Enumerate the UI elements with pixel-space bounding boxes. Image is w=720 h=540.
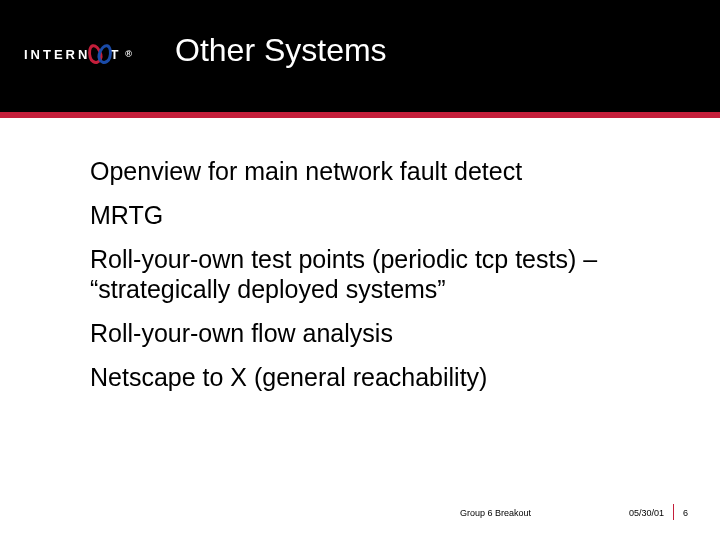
slide-body: Openview for main network fault detect M… xyxy=(0,118,720,392)
footer-divider xyxy=(673,504,674,520)
slide-title: Other Systems xyxy=(175,32,387,69)
footer-date: 05/30/01 xyxy=(629,508,664,518)
logo-prefix: INTERN xyxy=(24,47,90,62)
footer-page-number: 6 xyxy=(683,508,688,518)
bullet-item: Openview for main network fault detect xyxy=(90,156,630,186)
internet2-logo: INTERN T ® xyxy=(24,42,135,66)
logo-loop-icon xyxy=(88,42,112,66)
logo-text: INTERN T ® xyxy=(24,42,135,66)
slide-footer: Group 6 Breakout 05/30/01 6 xyxy=(0,508,720,528)
registered-mark: ® xyxy=(125,49,135,59)
bullet-item: Roll-your-own flow analysis xyxy=(90,318,630,348)
bullet-item: MRTG xyxy=(90,200,630,230)
bullet-item: Netscape to X (general reachability) xyxy=(90,362,630,392)
slide-header: INTERN T ® Other Systems xyxy=(0,0,720,112)
bullet-item: Roll-your-own test points (periodic tcp … xyxy=(90,244,630,304)
footer-label: Group 6 Breakout xyxy=(460,508,531,518)
